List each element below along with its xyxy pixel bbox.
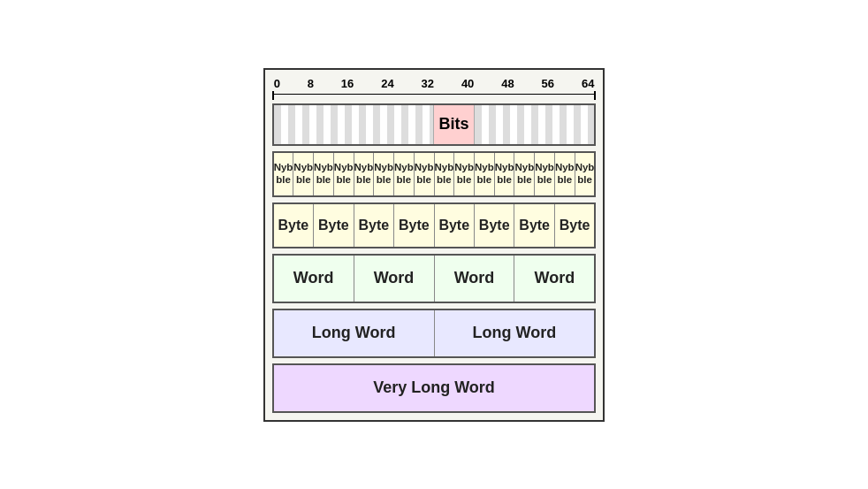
word-cell: Word — [354, 256, 435, 302]
ruler-label: 40 — [461, 77, 474, 91]
ruler-label: 56 — [542, 77, 554, 91]
ruler-label: 48 — [501, 77, 514, 91]
nibble-cell: Nybble — [555, 153, 575, 195]
nibble-cell: Nybble — [374, 153, 394, 195]
nibble-cell: Nybble — [334, 153, 354, 195]
word-cell: Word — [274, 256, 354, 302]
nibble-cell: Nybble — [354, 153, 375, 195]
bits-stripe-right — [475, 105, 594, 144]
bits-stripe-left — [274, 105, 433, 144]
ruler-label: 32 — [422, 77, 434, 91]
word-cell: Word — [435, 256, 515, 302]
word-row: WordWordWordWord — [272, 254, 597, 303]
byte-cell: Byte — [514, 204, 554, 247]
nibble-cell: Nybble — [514, 153, 535, 195]
byte-cell: Byte — [475, 204, 514, 247]
byte-cell: Byte — [354, 204, 394, 247]
nibble-cell: Nybble — [435, 153, 455, 195]
bits-label: Bits — [433, 105, 475, 144]
ruler-row: 0816243240485664 — [272, 77, 597, 102]
diagram-container: 0816243240485664 Bits NybbleNybbleNybble… — [263, 68, 605, 422]
nibble-cell: Nybble — [535, 153, 555, 195]
byte-cell: Byte — [435, 204, 475, 247]
word-cell: Word — [514, 256, 594, 302]
longword-cell: Long Word — [435, 310, 595, 356]
nibble-cell: Nybble — [575, 153, 595, 195]
nibble-cell: Nybble — [293, 153, 314, 195]
ruler-label: 16 — [341, 77, 354, 91]
ruler-label: 0 — [274, 77, 280, 91]
longword-cell: Long Word — [274, 310, 435, 356]
nibble-cell: Nybble — [314, 153, 334, 195]
vlongword-row: Very Long Word — [272, 363, 597, 413]
byte-cell: Byte — [274, 204, 314, 247]
nibble-cell: Nybble — [394, 153, 415, 195]
ruler-label: 64 — [582, 77, 594, 91]
ruler-label: 24 — [381, 77, 393, 91]
byte-cell: Byte — [555, 204, 594, 247]
vlongword-cell: Very Long Word — [274, 365, 595, 411]
longword-row: Long WordLong Word — [272, 309, 597, 358]
nibble-cell: Nybble — [475, 153, 495, 195]
nibble-cell: Nybble — [274, 153, 294, 195]
nibble-cell: Nybble — [454, 153, 475, 195]
byte-row: ByteByteByteByteByteByteByteByte — [272, 202, 597, 248]
nibble-row: NybbleNybbleNybbleNybbleNybbleNybbleNybb… — [272, 151, 597, 197]
nibble-cell: Nybble — [495, 153, 515, 195]
nibble-cell: Nybble — [415, 153, 435, 195]
byte-cell: Byte — [314, 204, 354, 247]
ruler-labels: 0816243240485664 — [272, 77, 597, 91]
ruler-label: 8 — [308, 77, 314, 91]
byte-cell: Byte — [394, 204, 434, 247]
ruler-ticks — [272, 91, 597, 100]
bits-row: Bits — [272, 103, 597, 146]
